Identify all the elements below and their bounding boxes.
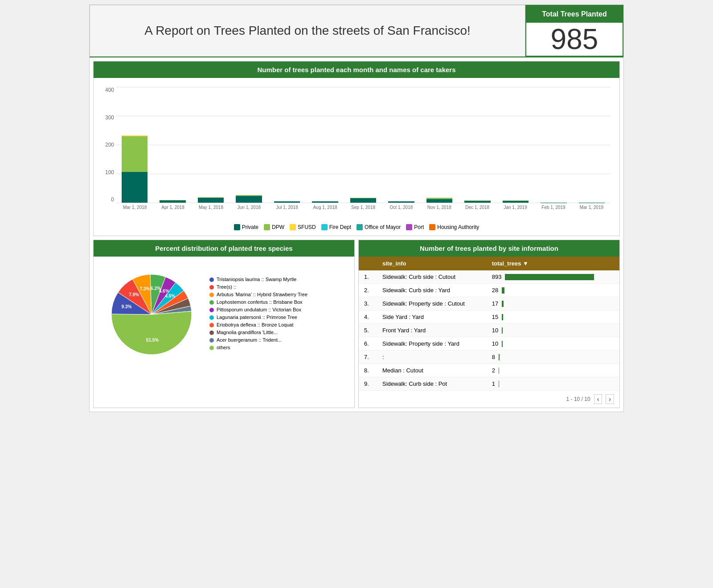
bar-segment-private	[388, 201, 414, 203]
table-row: 4. Side Yard : Yard 15	[359, 310, 619, 324]
pie-legend-item: Pittosporum undulatum :: Victorian Box	[209, 307, 345, 312]
row-num: 5.	[359, 324, 377, 337]
pie-legend-item: Magnolia grandiflora 'Little...	[209, 330, 345, 335]
y-axis: 400 300 200 100 0	[98, 87, 114, 203]
stacked-bar	[426, 179, 452, 203]
row-site: Sidewalk: Curb side : Yard	[377, 284, 487, 297]
bar-group	[154, 87, 192, 203]
total-stat-box: Total Trees Planted 985	[525, 5, 623, 57]
y-label-400: 400	[98, 87, 114, 93]
stacked-bar	[160, 185, 185, 203]
row-site: Sidewalk: Property side : Yard	[377, 337, 487, 351]
bar-group	[383, 87, 420, 203]
pie-legend-item: Lophostemon confertus :: Brisbane Box	[209, 299, 345, 305]
bar-segment-private	[274, 201, 300, 203]
pie-label: 9.3%	[122, 304, 132, 309]
col-num-header	[359, 257, 377, 270]
table-row: 9. Sidewalk: Curb side : Pot 1	[359, 377, 619, 391]
bar-group	[307, 87, 344, 203]
report-title: A Report on Trees Planted on the streets…	[144, 24, 471, 38]
row-site: Sidewalk: Property side : Cutout	[377, 297, 487, 310]
legend-item: Housing Authority	[429, 224, 479, 230]
table-row: 1. Sidewalk: Curb side : Cutout 893	[359, 270, 619, 284]
pie-label: 51.5%	[146, 338, 159, 343]
bar-group	[116, 87, 153, 203]
dashboard: A Report on Trees Planted on the streets…	[89, 4, 624, 412]
report-title-box: A Report on Trees Planted on the streets…	[90, 5, 525, 57]
bottom-panels: Percent distribution of planted tree spe…	[93, 240, 620, 408]
stacked-bar	[274, 190, 300, 203]
x-label: Jul 1, 2018	[268, 205, 306, 210]
bar-group	[192, 87, 229, 203]
pie-segment	[111, 311, 192, 355]
row-num: 8.	[359, 364, 377, 377]
pie-label: 7.3%	[140, 286, 150, 291]
pagination: 1 - 10 / 10 ‹ ›	[359, 391, 619, 408]
bar-segment-private	[464, 201, 490, 203]
bar-segment-private	[503, 201, 529, 203]
row-num: 2.	[359, 284, 377, 297]
bar-chart-section: Number of trees planted each month and n…	[93, 61, 620, 236]
header: A Report on Trees Planted on the streets…	[90, 5, 623, 57]
stacked-bar	[350, 179, 376, 203]
stacked-bar	[541, 198, 566, 203]
row-num: 7.	[359, 351, 377, 364]
stacked-bar	[236, 173, 262, 203]
table-row: 2. Sidewalk: Curb side : Yard 28	[359, 284, 619, 297]
bar-chart-title: Number of trees planted each month and n…	[94, 61, 619, 78]
pie-legend-item: others	[209, 345, 345, 350]
y-label-200: 200	[98, 142, 114, 148]
col-site-header: site_info	[377, 257, 487, 270]
bar-group	[573, 87, 611, 203]
legend-item: Fire Dept	[321, 224, 351, 230]
y-label-0: 0	[98, 196, 114, 203]
bar-chart-legend: PrivateDPWSFUSDFire DeptOffice of MayorP…	[94, 220, 619, 236]
bar-chart-container: 400 300 200 100 0 Mar 1, 2018Ap	[94, 78, 619, 220]
pie-section: Percent distribution of planted tree spe…	[93, 240, 355, 408]
pie-legend-item: Lagunaria patersonii :: Primrose Tree	[209, 314, 345, 320]
x-label: Mar 1, 2019	[573, 205, 611, 210]
legend-item: DPW	[264, 224, 284, 230]
row-count: 28	[487, 284, 619, 297]
x-label: Jun 1, 2018	[230, 205, 268, 210]
stat-value: 985	[526, 23, 623, 56]
stat-label: Total Trees Planted	[526, 6, 623, 23]
stacked-bar	[198, 177, 224, 203]
table-title: Number of trees planted by site informat…	[359, 240, 619, 257]
bar-group	[459, 87, 496, 203]
stacked-bar	[312, 190, 338, 203]
bar-group	[535, 87, 573, 203]
row-num: 6.	[359, 337, 377, 351]
pie-legend: Tristaniopsis laurina :: Swamp MyrtleTre…	[209, 277, 345, 352]
x-label: Jan 1, 2019	[496, 205, 534, 210]
site-table: site_info total_trees ▼ 1. Sidewalk: Cur…	[359, 257, 619, 391]
prev-page-button[interactable]: ‹	[594, 394, 602, 404]
row-count: 8	[487, 351, 619, 364]
pie-label: 7.9%	[129, 292, 139, 297]
pie-label: 4.6%	[165, 294, 175, 298]
bar-group	[497, 87, 534, 203]
stacked-bar	[503, 188, 529, 203]
x-label: Sep 1, 2018	[344, 205, 382, 210]
bar-segment-private	[160, 200, 185, 203]
page-info: 1 - 10 / 10	[566, 396, 590, 402]
x-label: Feb 1, 2019	[534, 205, 572, 210]
bar-group	[421, 87, 458, 203]
table-section: Number of trees planted by site informat…	[358, 240, 620, 408]
pie-chart-title: Percent distribution of planted tree spe…	[94, 240, 354, 257]
stacked-bar	[388, 190, 414, 203]
row-count: 2	[487, 364, 619, 377]
row-num: 4.	[359, 310, 377, 324]
pie-legend-item: Arbutus 'Marina' :: Hybrid Strawberry Tr…	[209, 292, 345, 297]
row-site: Median : Cutout	[377, 364, 487, 377]
row-count: 17	[487, 297, 619, 310]
next-page-button[interactable]: ›	[606, 394, 614, 404]
row-count: 15	[487, 310, 619, 324]
y-label-300: 300	[98, 114, 114, 121]
y-label-100: 100	[98, 169, 114, 176]
row-site: Front Yard : Yard	[377, 324, 487, 337]
stacked-bar	[579, 200, 605, 203]
table-row: 8. Median : Cutout 2	[359, 364, 619, 377]
bar-segment-dpw	[122, 136, 148, 172]
pie-chart-wrapper: 9.3%7.9%7.3%6.2%4.6%4.6%51.5%	[102, 265, 201, 363]
